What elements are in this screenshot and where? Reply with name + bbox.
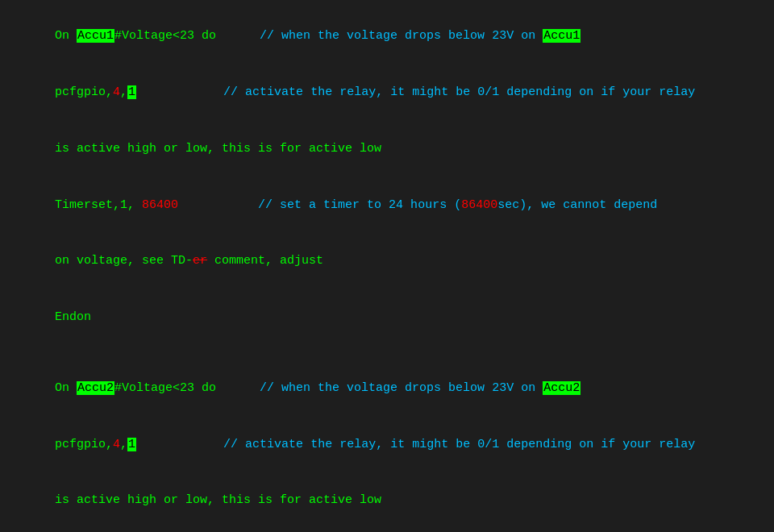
- label-accu1-1: Accu1: [77, 29, 114, 43]
- line-6: Endon: [11, 289, 763, 346]
- comment-4: // when the voltage drops below 23V on: [260, 381, 543, 395]
- num-4-1: 4: [113, 85, 120, 99]
- code-active-1: is active high or low, this is for activ…: [55, 142, 381, 156]
- line-7: On Accu2#Voltage<23 do // when the volta…: [11, 360, 763, 417]
- comment-3: // set a timer to 24 hours (: [258, 198, 461, 212]
- code-endon-1: Endon: [55, 310, 91, 324]
- line-1: On Accu1#Voltage<23 do // when the volta…: [11, 8, 763, 64]
- strikethrough-er-1: er: [193, 254, 207, 268]
- code-timerset-1: Timerset,1,: [55, 198, 142, 212]
- comma-2: ,: [120, 438, 127, 451]
- comma-1: ,: [120, 85, 127, 99]
- line-8: pcfgpio,4,1 // activate the relay, it mi…: [11, 416, 763, 472]
- line-4: Timerset,1, 86400 // set a timer to 24 h…: [11, 177, 763, 233]
- comment-3b: sec), we cannot depend: [497, 198, 657, 212]
- spaces-2: [178, 198, 258, 212]
- spaces-1: [136, 85, 223, 99]
- line-5: on voltage, see TD-er comment, adjust: [11, 233, 763, 289]
- num-1-hi-2: 1: [127, 438, 136, 451]
- label-accu1-2: Accu1: [543, 29, 580, 43]
- code-voltage-1: #Voltage<23 do: [114, 29, 260, 43]
- line-10: Timerset,1, 86400 // set a timer to 24 h…: [11, 529, 763, 532]
- comment-5: // activate the relay, it might be 0/1 d…: [223, 438, 695, 451]
- label-accu2-2: Accu2: [543, 381, 580, 395]
- code-block-accu1: On Accu1#Voltage<23 do // when the volta…: [11, 8, 763, 346]
- comment-1: // when the voltage drops below 23V on: [260, 29, 543, 43]
- line-9: is active high or low, this is for activ…: [11, 472, 763, 529]
- num-86400-1b: 86400: [461, 198, 497, 212]
- code-comment-adj-1: comment, adjust: [207, 254, 323, 268]
- comment-2: // activate the relay, it might be 0/1 d…: [223, 85, 695, 99]
- code-pcfgpio-2: pcfgpio,: [55, 438, 113, 451]
- keyword-on: On: [55, 29, 77, 43]
- code-active-2: is active high or low, this is for activ…: [55, 493, 381, 507]
- code-on-voltage-1: on voltage, see TD-: [55, 254, 193, 268]
- code-voltage-2: #Voltage<23 do: [114, 381, 260, 395]
- num-86400-1: 86400: [142, 198, 178, 212]
- line-2: pcfgpio,4,1 // activate the relay, it mi…: [11, 64, 763, 121]
- num-1-hi-1: 1: [127, 85, 136, 99]
- label-accu2-1: Accu2: [77, 381, 114, 395]
- num-4-2: 4: [113, 438, 120, 451]
- keyword-on-2: On: [55, 381, 77, 395]
- line-3: is active high or low, this is for activ…: [11, 121, 763, 177]
- spaces-3: [136, 438, 223, 451]
- code-block-accu2: On Accu2#Voltage<23 do // when the volta…: [11, 360, 763, 533]
- code-editor: On Accu1#Voltage<23 do // when the volta…: [11, 8, 763, 532]
- code-pcfgpio-1: pcfgpio,: [55, 85, 113, 99]
